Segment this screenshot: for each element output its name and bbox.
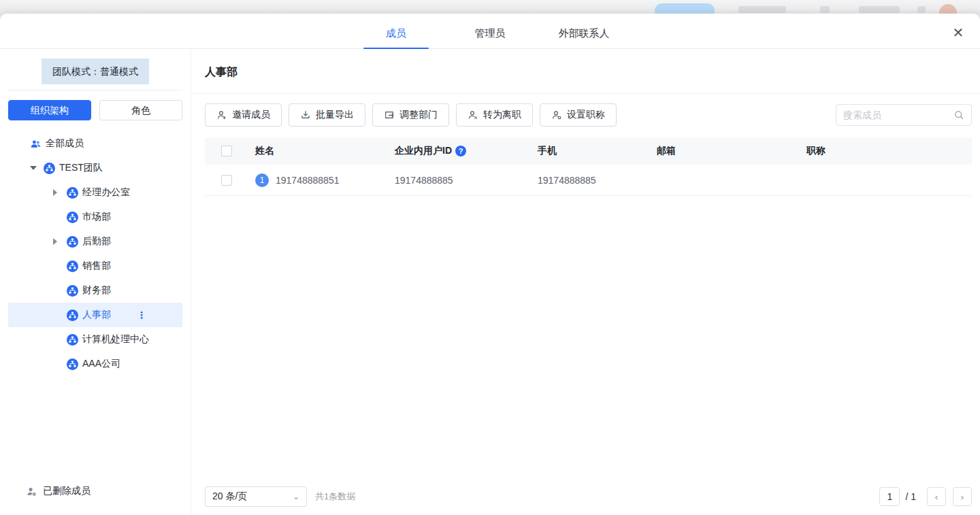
button-label: 设置职称 xyxy=(567,109,605,121)
avatar: 1 xyxy=(255,173,269,187)
table-row[interactable]: 1 191748888851 19174888885 19174888885 xyxy=(205,165,972,196)
caret-right-icon[interactable] xyxy=(53,238,67,245)
members-group-icon xyxy=(30,138,42,150)
total-pages-label: / 1 xyxy=(905,491,916,502)
column-header-phone: 手机 xyxy=(538,145,657,157)
tree-item-logistics[interactable]: 后勤部 xyxy=(0,229,191,254)
tree-item-manager-office[interactable]: 经理办公室 xyxy=(0,180,191,205)
department-icon xyxy=(67,285,78,297)
person-add-icon xyxy=(216,110,227,120)
role-button[interactable]: 角色 xyxy=(99,100,182,120)
column-header-name: 姓名 xyxy=(255,145,395,157)
person-remove-icon xyxy=(468,110,478,120)
tree-item-aaa-company[interactable]: AAA公司 xyxy=(0,352,191,376)
deleted-member-icon xyxy=(26,486,37,497)
cell-phone: 19174888885 xyxy=(538,175,657,186)
background-ghost xyxy=(820,6,830,13)
member-management-modal: 成员 管理员 外部联系人 ✕ 团队模式：普通模式 组织架构 角色 全部成员 xyxy=(0,14,980,515)
tree-item-test-team[interactable]: TEST团队 xyxy=(0,156,191,180)
cell-user-id: 19174888885 xyxy=(395,175,538,186)
tree-item-label: 全部成员 xyxy=(46,137,84,150)
tab-admins[interactable]: 管理员 xyxy=(457,18,523,48)
tree-item-label: 财务部 xyxy=(82,284,111,297)
row-checkbox[interactable] xyxy=(221,175,232,186)
resign-member-button[interactable]: 转为离职 xyxy=(456,103,533,127)
department-icon xyxy=(44,163,55,174)
caret-down-icon[interactable] xyxy=(30,166,44,170)
search-icon[interactable] xyxy=(953,110,964,120)
kebab-menu-icon[interactable]: ⋮ xyxy=(137,310,146,320)
org-sidebar: 团队模式：普通模式 组织架构 角色 全部成员 TEST团队 xyxy=(0,49,191,515)
background-pill xyxy=(655,3,715,14)
page-size-select[interactable]: 20 条/页 ⌄ xyxy=(205,486,307,507)
column-header-user-id: 企业内用户ID ? xyxy=(395,145,538,157)
tab-external-contacts[interactable]: 外部联系人 xyxy=(551,18,617,48)
next-page-button[interactable]: › xyxy=(953,487,972,506)
divider xyxy=(191,93,980,94)
tree-item-all-members[interactable]: 全部成员 xyxy=(0,131,191,156)
total-count-label: 共1条数据 xyxy=(315,491,355,503)
column-header-job-title: 职称 xyxy=(806,145,972,157)
table-header-row: 姓名 企业内用户ID ? 手机 邮箱 职称 xyxy=(205,137,972,165)
department-icon xyxy=(67,261,78,272)
department-icon xyxy=(67,359,78,370)
tab-members[interactable]: 成员 xyxy=(363,18,429,48)
column-header-email: 邮箱 xyxy=(657,145,806,157)
prev-page-button[interactable]: ‹ xyxy=(927,487,946,506)
current-page-input[interactable] xyxy=(879,487,900,506)
button-label: 调整部门 xyxy=(399,109,438,121)
tree-item-label: 计算机处理中心 xyxy=(82,333,149,346)
download-icon xyxy=(300,110,311,120)
department-icon xyxy=(67,334,78,346)
button-label: 转为离职 xyxy=(483,109,521,121)
search-input[interactable] xyxy=(843,110,953,120)
tree-item-label: 人事部 xyxy=(82,309,111,321)
search-box xyxy=(836,104,972,126)
background-ghost xyxy=(917,6,926,13)
cell-name: 191748888851 xyxy=(276,175,339,186)
batch-export-button[interactable]: 批量导出 xyxy=(289,103,365,127)
button-label: 邀请成员 xyxy=(232,109,270,121)
tree-item-computer-center[interactable]: 计算机处理中心 xyxy=(0,327,191,352)
set-job-title-button[interactable]: 设置职称 xyxy=(540,103,617,127)
tree-item-marketing[interactable]: 市场部 xyxy=(0,205,191,229)
background-ghost xyxy=(859,6,900,13)
caret-right-icon[interactable] xyxy=(53,189,67,196)
adjust-department-button[interactable]: 调整部门 xyxy=(372,103,449,127)
tree-item-label: 经理办公室 xyxy=(82,186,130,199)
department-icon xyxy=(67,310,78,321)
department-icon xyxy=(67,187,78,199)
close-icon[interactable]: ✕ xyxy=(949,23,968,42)
help-icon[interactable]: ? xyxy=(455,146,466,156)
person-gear-icon xyxy=(551,110,562,120)
tree-item-label: 后勤部 xyxy=(82,235,111,248)
main-panel: 人事部 邀请成员 批量导出 调整部门 转为离职 xyxy=(191,49,980,515)
modal-header: 成员 管理员 外部联系人 ✕ xyxy=(0,14,980,49)
background-page-strip xyxy=(0,0,980,14)
divider xyxy=(8,90,182,90)
tree-item-label: AAA公司 xyxy=(82,358,120,370)
org-structure-button[interactable]: 组织架构 xyxy=(8,100,91,120)
tree-item-label: 市场部 xyxy=(82,211,111,223)
department-icon xyxy=(67,212,78,223)
invite-member-button[interactable]: 邀请成员 xyxy=(205,103,282,127)
team-mode-badge: 团队模式：普通模式 xyxy=(42,59,149,84)
tree-item-label: TEST团队 xyxy=(59,162,103,174)
members-table: 姓名 企业内用户ID ? 手机 邮箱 职称 1 191748888851 1 xyxy=(205,137,972,196)
department-icon xyxy=(67,236,78,248)
org-tree: 全部成员 TEST团队 经理办公室 市场部 xyxy=(0,131,191,376)
toolbar: 邀请成员 批量导出 调整部门 转为离职 设置职称 xyxy=(205,103,972,127)
button-label: 批量导出 xyxy=(316,109,354,121)
page-size-value: 20 条/页 xyxy=(212,491,247,503)
select-all-checkbox[interactable] xyxy=(221,146,232,156)
deleted-members-link[interactable]: 已删除成员 xyxy=(26,485,91,497)
pagination-bar: 20 条/页 ⌄ 共1条数据 / 1 ‹ › xyxy=(205,486,972,515)
tree-item-sales[interactable]: 销售部 xyxy=(0,254,191,278)
background-ghost xyxy=(738,6,786,13)
chevron-down-icon: ⌄ xyxy=(293,492,299,501)
tree-item-hr-selected[interactable]: 人事部 ⋮ xyxy=(8,303,182,327)
page-title: 人事部 xyxy=(205,65,972,80)
background-avatar xyxy=(939,4,957,14)
tab-bar: 成员 管理员 外部联系人 xyxy=(363,18,617,48)
tree-item-finance[interactable]: 财务部 xyxy=(0,278,191,303)
